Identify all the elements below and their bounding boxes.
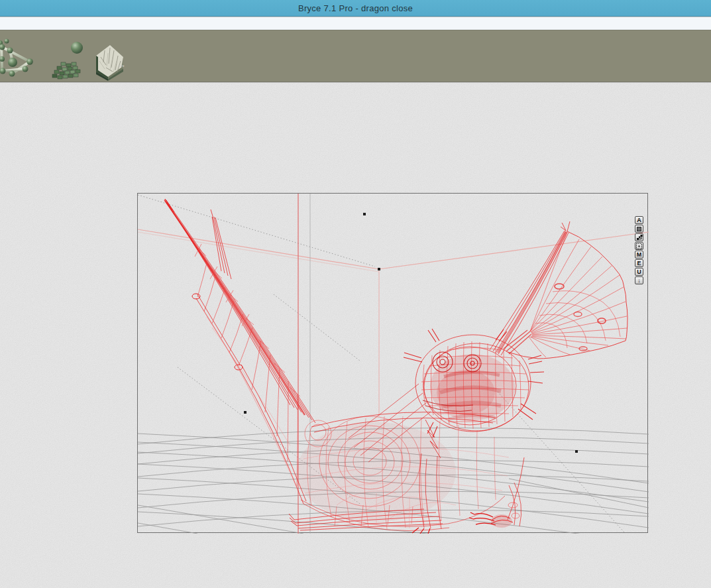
toolbar-expand-icon[interactable]: ↔ [117, 61, 126, 69]
dragon-body [297, 412, 524, 534]
dragon-right-wing [490, 221, 628, 359]
origin-button[interactable] [635, 242, 643, 250]
scene-viewport[interactable]: A M E U ↓ [137, 193, 648, 533]
drop-button[interactable]: ↓ [635, 276, 643, 284]
titlebar[interactable]: Bryce 7.1 Pro - dragon close [0, 0, 711, 17]
terrain-palette-button[interactable] [52, 37, 91, 78]
objects-palette-button[interactable] [0, 37, 40, 78]
edit-button[interactable]: E [635, 259, 643, 267]
object-controls: A M E U ↓ [635, 216, 644, 285]
smooth-button[interactable]: U [635, 268, 643, 276]
window-title: Bryce 7.1 Pro - dragon close [298, 3, 413, 13]
origin-target-icon [635, 243, 643, 250]
menu-strip [0, 17, 711, 30]
scene-render [138, 194, 649, 534]
link-button[interactable] [635, 233, 643, 241]
show-as-box-button[interactable] [635, 225, 643, 233]
solid-square-icon [637, 227, 641, 231]
workspace: A M E U ↓ [0, 83, 711, 588]
material-button[interactable]: M [635, 251, 643, 259]
attributes-button[interactable]: A [635, 216, 643, 224]
mountain-cube-button[interactable] [90, 37, 130, 78]
top-toolbar: ↔ [0, 30, 711, 82]
link-icon [636, 234, 643, 241]
